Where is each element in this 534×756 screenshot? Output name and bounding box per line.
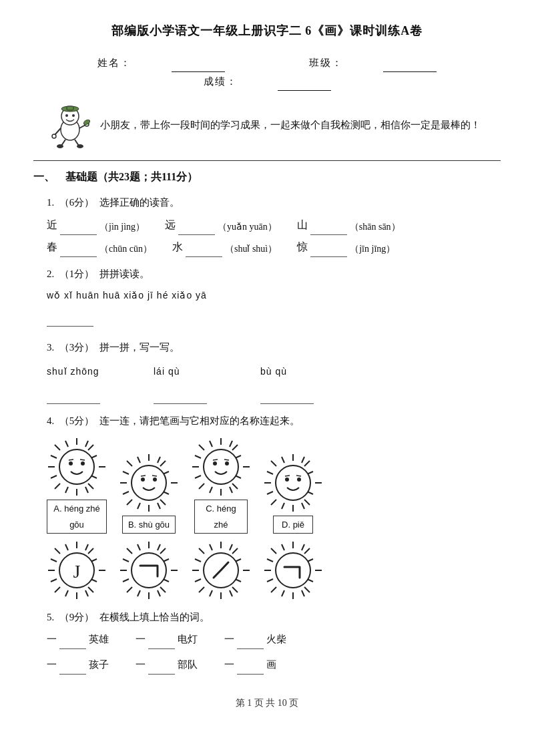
svg-line-23 [51, 455, 57, 458]
q5-item-4: 一 孩子 [47, 656, 109, 675]
svg-line-21 [55, 484, 60, 489]
q4-label: 4. （5分） 连一连，请把笔画与它相对应的名称连起来。 [47, 412, 501, 430]
sun-icon-c [191, 437, 251, 497]
svg-line-163 [282, 544, 284, 550]
svg-text:J: J [73, 561, 81, 582]
svg-line-61 [199, 445, 204, 450]
svg-point-13 [77, 144, 83, 148]
svg-line-106 [88, 587, 93, 592]
svg-line-130 [158, 544, 160, 550]
svg-line-113 [65, 590, 68, 596]
svg-point-54 [153, 478, 157, 482]
svg-line-76 [213, 459, 218, 460]
mascot-text: 小朋友，带上你一段时间的学习成果，一起来做个自我检测吧，相信你一定是最棒的！ [100, 116, 481, 134]
svg-line-156 [304, 548, 310, 554]
svg-line-72 [230, 487, 232, 493]
q4-sun-d: D. piě [263, 453, 323, 534]
svg-line-56 [152, 476, 157, 476]
q1-row1: 近 （jìn jìng） 远 （yuǎn yuān） 山 （shān sān） [47, 216, 501, 235]
q4-sun-a: A. héng zhé gōu [47, 437, 107, 534]
page-title: 部编版小学语文一年级上册识字二 6《画》课时训练A卷 [33, 20, 501, 41]
svg-line-104 [88, 548, 93, 554]
q3-items: shuǐ zhōng lái qù bù qù [47, 361, 501, 404]
q5-item-1: 一 英雄 [47, 630, 109, 649]
q2-pinyin: wǒ xǐ huān huā xiǎo jī hé xiǎo yā [47, 287, 501, 304]
svg-line-20 [88, 445, 93, 450]
svg-line-82 [271, 461, 276, 466]
svg-line-142 [195, 559, 201, 562]
svg-line-147 [230, 544, 232, 550]
svg-line-122 [160, 548, 166, 554]
svg-line-22 [88, 484, 93, 489]
svg-line-149 [230, 590, 232, 596]
svg-line-124 [160, 587, 166, 592]
svg-line-140 [199, 587, 204, 592]
q1-label: 1. （6分） 选择正确的读音。 [47, 194, 501, 212]
svg-line-40 [127, 461, 132, 466]
svg-line-98 [296, 476, 301, 476]
stroke-sun-3 [191, 540, 251, 600]
svg-line-105 [55, 587, 60, 592]
svg-point-32 [69, 461, 73, 465]
svg-line-67 [195, 476, 201, 478]
q1-row2: 春 （chūn cūn） 水 （shuǐ shuì） 惊 （jīn jīng） [47, 238, 501, 257]
svg-point-95 [285, 478, 289, 482]
svg-line-157 [271, 587, 276, 592]
divider [33, 160, 501, 161]
svg-point-73 [204, 449, 238, 484]
q3-item-2: lái qù [154, 361, 207, 404]
svg-line-164 [302, 544, 304, 550]
svg-line-30 [85, 487, 88, 493]
svg-line-127 [123, 579, 129, 582]
q3-label: 3. （3分） 拼一拼，写一写。 [47, 339, 501, 357]
svg-point-74 [213, 461, 217, 465]
svg-line-28 [85, 441, 88, 447]
svg-line-77 [224, 459, 229, 460]
svg-line-6 [55, 128, 61, 135]
svg-line-48 [138, 457, 140, 463]
svg-line-88 [267, 492, 273, 494]
q4-sun-c: C. héng zhé [191, 437, 251, 534]
q5-item-3: 一 火柴 [224, 630, 286, 649]
svg-point-33 [81, 461, 85, 465]
svg-point-31 [59, 449, 94, 484]
svg-line-49 [158, 457, 160, 463]
svg-line-109 [51, 579, 57, 582]
svg-line-141 [232, 587, 238, 592]
svg-line-83 [304, 461, 310, 466]
mascot-section: 小朋友，带上你一段时间的学习成果，一起来做个自我检测吧，相信你一定是最棒的！ [47, 102, 501, 148]
svg-line-93 [302, 503, 304, 509]
svg-line-62 [232, 445, 238, 450]
question-3: 3. （3分） 拼一拼，写一写。 shuǐ zhōng lái qù bù qù [47, 339, 501, 404]
svg-line-69 [210, 441, 212, 447]
svg-line-158 [304, 587, 310, 592]
page-footer: 第 1 页 共 10 页 [33, 695, 501, 711]
svg-line-41 [160, 461, 166, 466]
q5-item-5: 一 部队 [136, 656, 198, 675]
stroke-sun-4 [263, 540, 323, 600]
svg-line-42 [127, 500, 132, 505]
svg-line-129 [138, 544, 140, 550]
stroke-sun-2 [119, 540, 179, 600]
svg-line-86 [267, 471, 273, 474]
svg-point-12 [57, 144, 63, 148]
q5-item-6: 一 画 [224, 656, 276, 675]
question-1: 1. （6分） 选择正确的读音。 近 （jìn jìng） 远 （yuǎn yu… [47, 194, 501, 257]
q1-item-jin: 近 （jìn jìng） [47, 216, 145, 235]
svg-point-4 [65, 114, 68, 117]
svg-line-161 [267, 579, 273, 582]
svg-line-70 [230, 441, 232, 447]
svg-line-19 [55, 445, 60, 450]
q4-stroke-2 [119, 540, 179, 600]
svg-point-5 [72, 114, 75, 117]
svg-line-90 [282, 457, 284, 463]
stroke-sun-1: J [47, 540, 107, 600]
q4-sun-b: B. shù gōu [119, 453, 179, 534]
svg-line-111 [65, 544, 68, 550]
svg-line-50 [138, 503, 140, 509]
sun-icon-d [263, 453, 323, 513]
svg-line-44 [123, 471, 129, 474]
q2-label: 2. （1分） 拼拼读读。 [47, 265, 501, 283]
svg-line-121 [127, 548, 132, 554]
q5-row2: 一 孩子 一 部队 一 画 [47, 656, 501, 675]
